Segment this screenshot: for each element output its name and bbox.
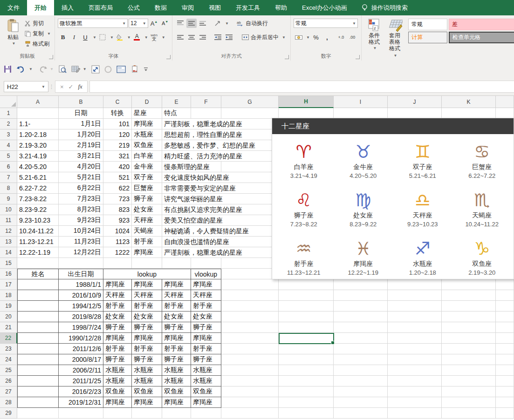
cell-L24[interactable] xyxy=(442,354,496,365)
cell-L21[interactable] xyxy=(496,322,514,333)
cell-G21[interactable]: 狮子座 xyxy=(191,322,221,333)
redo-button[interactable]: ▼ xyxy=(37,66,54,73)
cell-L23[interactable] xyxy=(442,344,496,354)
cell-H17[interactable] xyxy=(221,279,279,290)
conditional-formatting-button[interactable]: ≠ 条件格式 ▼ xyxy=(364,17,384,53)
cell-B2[interactable]: 1.1- xyxy=(17,119,59,129)
cell-I1[interactable] xyxy=(279,108,334,119)
cell-D20[interactable]: 处女座 xyxy=(103,312,132,322)
cell-L27[interactable] xyxy=(496,386,514,397)
cell-E2[interactable]: 摩羯座 xyxy=(132,119,162,129)
cell-G25[interactable]: 水瓶座 xyxy=(191,365,221,376)
cell-E18[interactable]: 天秤座 xyxy=(132,290,162,301)
cell-L23[interactable] xyxy=(496,344,514,354)
cell-C21[interactable]: 1998/7/24 xyxy=(59,322,103,333)
align-left-button[interactable] xyxy=(175,33,185,42)
cell-F21[interactable]: 狮子座 xyxy=(162,322,191,333)
cell-F17[interactable]: 摩羯座 xyxy=(162,279,191,290)
cell-G22[interactable]: 摩羯座 xyxy=(191,333,221,344)
cell-E23[interactable]: 射手座 xyxy=(132,344,162,354)
tab-developer[interactable]: 开发工具 xyxy=(228,0,267,15)
cell-D2[interactable]: 101 xyxy=(103,119,132,129)
phonetic-caret-icon[interactable]: ▼ xyxy=(162,35,165,40)
cell-D11[interactable]: 923 xyxy=(103,215,132,226)
cell-I18[interactable] xyxy=(279,290,334,301)
tab-home[interactable]: 开始 xyxy=(27,0,54,15)
row-header-21[interactable]: 21 xyxy=(0,322,17,333)
cell-F12[interactable]: 神秘诡谲，令人费疑猜的星座 xyxy=(162,226,191,237)
cell-J25[interactable] xyxy=(334,365,388,376)
cell-F13[interactable]: 自由浪漫也滥情的星座 xyxy=(162,237,191,247)
cell-H15[interactable] xyxy=(221,258,279,269)
cell-H22[interactable] xyxy=(221,333,279,344)
cell-D4[interactable]: 219 xyxy=(103,140,132,151)
cell-G27[interactable]: 双鱼座 xyxy=(191,386,221,397)
cell-C14[interactable]: 12月22日 xyxy=(59,247,103,258)
cell-E9[interactable]: 狮子座 xyxy=(132,194,162,204)
cell-B20[interactable] xyxy=(17,312,59,322)
record-button[interactable] xyxy=(104,66,112,73)
cell-F6[interactable]: 慢条斯理的星座 xyxy=(162,162,191,172)
cell-B21[interactable] xyxy=(17,322,59,333)
cell-L28[interactable] xyxy=(496,397,514,408)
cell-F19[interactable]: 射手座 xyxy=(162,301,191,312)
italic-button[interactable]: I xyxy=(69,33,79,42)
cell-L27[interactable] xyxy=(442,386,496,397)
cell-F29[interactable] xyxy=(162,408,191,419)
row-header-6[interactable]: 6 xyxy=(0,162,17,172)
clipboard-dialog-launcher[interactable] xyxy=(49,55,53,59)
cell-F3[interactable]: 思想超前，理性自重的星座 xyxy=(162,129,191,140)
cell-D7[interactable]: 521 xyxy=(103,172,132,183)
cell-F11[interactable]: 爱美又怕空虚的星座 xyxy=(162,215,191,226)
cell-G19[interactable]: 射手座 xyxy=(191,301,221,312)
merge-center-button[interactable]: 合并后居中 ▼ xyxy=(240,33,287,42)
cell-D5[interactable]: 321 xyxy=(103,151,132,162)
cell-D22[interactable]: 摩羯座 xyxy=(103,333,132,344)
orientation-button[interactable] xyxy=(212,19,223,28)
col-header-J[interactable]: J xyxy=(388,96,442,108)
selection-box-H22[interactable] xyxy=(279,333,334,344)
decrease-font-button[interactable]: A▼ xyxy=(160,19,170,28)
cell-E20[interactable]: 处女座 xyxy=(132,312,162,322)
cell-C5[interactable]: 3月21日 xyxy=(59,151,103,162)
cell-D13[interactable]: 1123 xyxy=(103,237,132,247)
tab-view[interactable]: 视图 xyxy=(201,0,228,15)
cell-E7[interactable]: 双子座 xyxy=(132,172,162,183)
cell-E19[interactable]: 射手座 xyxy=(132,301,162,312)
cell-J29[interactable] xyxy=(334,408,388,419)
cell-G26[interactable]: 水瓶座 xyxy=(191,376,221,386)
cell-F15[interactable] xyxy=(162,258,191,269)
cell-F2[interactable]: 严谨刻板，稳重老成的星座 xyxy=(162,119,191,129)
cell-L18[interactable] xyxy=(496,290,514,301)
undo-button[interactable]: ▼ xyxy=(16,66,33,73)
tab-review[interactable]: 审阅 xyxy=(174,0,201,15)
cell-E28[interactable]: 摩羯座 xyxy=(132,397,162,408)
qat-more-button[interactable] xyxy=(144,67,148,72)
cell-L19[interactable] xyxy=(442,301,496,312)
cell-K29[interactable] xyxy=(388,408,442,419)
tab-excel-anim[interactable]: Excel办公小动画 xyxy=(295,0,355,15)
cell-C22[interactable]: 1990/12/28 xyxy=(59,333,103,344)
cell-C16[interactable]: 出生日期 xyxy=(59,269,103,279)
cell-H28[interactable] xyxy=(221,397,279,408)
cell-D1[interactable]: 转换 xyxy=(103,108,132,119)
row-header-23[interactable]: 23 xyxy=(0,344,17,354)
cell-F18[interactable]: 天秤座 xyxy=(162,290,191,301)
cell-C19[interactable]: 1994/12/5 xyxy=(59,301,103,312)
cell-E3[interactable]: 水瓶座 xyxy=(132,129,162,140)
cell-L19[interactable] xyxy=(496,301,514,312)
cell-B26[interactable] xyxy=(17,376,59,386)
cell-E15[interactable] xyxy=(132,258,162,269)
cell-J20[interactable] xyxy=(334,312,388,322)
align-middle-button[interactable] xyxy=(186,19,197,28)
cell-B5[interactable]: 3.21-4.19 xyxy=(17,151,59,162)
tab-file[interactable]: 文件 xyxy=(0,0,27,15)
borders-button[interactable] xyxy=(97,33,108,42)
cell-J1[interactable] xyxy=(334,108,388,119)
insert-function-button[interactable]: fx xyxy=(78,83,82,90)
cell-C4[interactable]: 2月19日 xyxy=(59,140,103,151)
cell-F4[interactable]: 多愁敏感，爱作梦、幻想的星座 xyxy=(162,140,191,151)
row-header-7[interactable]: 7 xyxy=(0,172,17,183)
row-header-19[interactable]: 19 xyxy=(0,301,17,312)
cell-B24[interactable] xyxy=(17,354,59,365)
